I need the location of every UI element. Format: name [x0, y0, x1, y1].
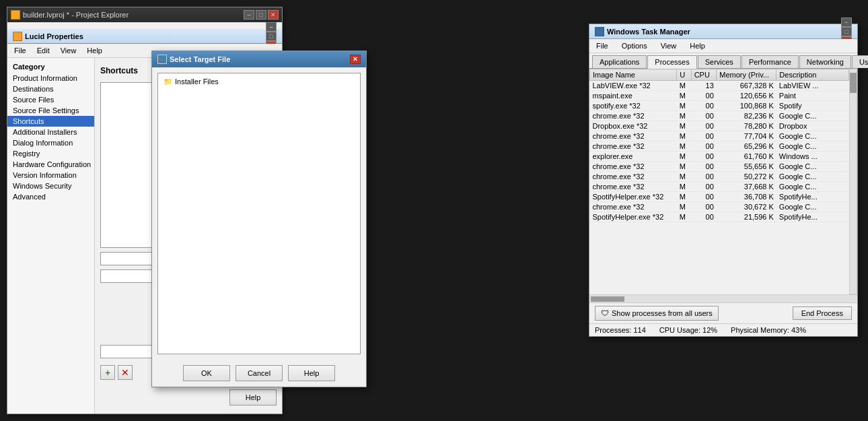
table-row[interactable]: SpotifyHelper.exe *32 M 00 36,708 K Spot… — [590, 192, 849, 202]
sidebar-item-dialog-info[interactable]: Dialog Information — [7, 137, 94, 148]
proc-name: chrome.exe *32 — [590, 131, 677, 141]
col-header-image[interactable]: Image Name — [590, 69, 677, 81]
col-header-cpu[interactable]: CPU — [691, 69, 717, 81]
proc-user: M — [677, 182, 692, 192]
table-row[interactable]: LabVIEW.exe *32 M 13 667,328 K LabVIEW .… — [590, 81, 849, 91]
tree-item-installer-files[interactable]: 📁 Installer Files — [161, 76, 357, 88]
sidebar: Category Product Information Destination… — [7, 58, 95, 414]
table-row[interactable]: SpotifyHelper.exe *32 M 00 21,596 K Spot… — [590, 212, 849, 222]
table-row[interactable]: spotify.exe *32 M 00 100,868 K Spotify — [590, 101, 849, 111]
sidebar-item-registry[interactable]: Registry — [7, 148, 94, 159]
proc-desc: Google C... — [776, 182, 849, 192]
edit-menu[interactable]: Edit — [33, 45, 54, 56]
select-target-dialog: Select Target File ✕ 📁 Installer Files O… — [151, 51, 367, 387]
proc-desc: Google C... — [776, 111, 849, 121]
dialog-title-text: Select Target File — [170, 55, 230, 63]
table-row[interactable]: mspaint.exe M 00 120,656 K Paint — [590, 91, 849, 101]
tm-maximize-btn[interactable]: □ — [841, 27, 852, 36]
add-shortcut-btn[interactable]: + — [100, 365, 115, 380]
table-row[interactable]: Dropbox.exe *32 M 00 78,280 K Dropbox — [590, 121, 849, 131]
remove-shortcut-btn[interactable]: ✕ — [118, 365, 133, 380]
project-explorer-title: builder.lvproj * - Project Explorer — [11, 10, 129, 20]
proc-user: M — [677, 141, 692, 152]
sidebar-item-destinations[interactable]: Destinations — [7, 84, 94, 94]
proc-mem: 82,236 K — [717, 111, 776, 121]
sidebar-item-advanced[interactable]: Advanced — [7, 191, 94, 202]
col-header-u[interactable]: U — [677, 69, 692, 81]
table-row[interactable]: explorer.exe M 00 61,760 K Windows ... — [590, 152, 849, 162]
col-header-mem[interactable]: Memory (Priv... — [717, 69, 776, 81]
sidebar-item-shortcuts[interactable]: Shortcuts — [7, 116, 94, 127]
sidebar-item-version-info[interactable]: Version Information — [7, 170, 94, 181]
maximize-btn[interactable]: □ — [256, 10, 266, 20]
ok-btn[interactable]: OK — [183, 365, 230, 381]
minimize-btn[interactable]: – — [244, 10, 254, 20]
lucid-minimize-btn[interactable]: – — [266, 22, 277, 32]
proc-cpu: 00 — [691, 111, 717, 121]
proc-name: chrome.exe *32 — [590, 172, 677, 182]
proc-mem: 61,760 K — [717, 152, 776, 162]
dialog-help-btn[interactable]: Help — [288, 365, 335, 381]
proc-user: M — [677, 162, 692, 172]
process-table: Image Name U CPU Memory (Priv... Descrip… — [589, 69, 849, 294]
proc-user: M — [677, 192, 692, 202]
help-btn[interactable]: Help — [229, 389, 277, 406]
table-row[interactable]: chrome.exe *32 M 00 50,272 K Google C... — [590, 172, 849, 182]
tab-users[interactable]: Users — [852, 55, 868, 68]
proc-mem: 78,280 K — [717, 121, 776, 131]
table-row[interactable]: chrome.exe *32 M 00 30,672 K Google C... — [590, 202, 849, 212]
sidebar-item-windows-security[interactable]: Windows Security — [7, 181, 94, 191]
proc-cpu: 00 — [691, 212, 717, 222]
proc-mem: 30,672 K — [717, 202, 776, 212]
dialog-close-btn[interactable]: ✕ — [350, 55, 361, 64]
sidebar-item-additional-installers[interactable]: Additional Installers — [7, 127, 94, 137]
proc-desc: Google C... — [776, 172, 849, 182]
proc-name: chrome.exe *32 — [590, 202, 677, 212]
proc-mem: 100,868 K — [717, 101, 776, 111]
tab-services[interactable]: Services — [698, 55, 741, 68]
proc-desc: Dropbox — [776, 121, 849, 131]
tm-view-menu[interactable]: View — [657, 40, 681, 51]
proc-name: chrome.exe *32 — [590, 162, 677, 172]
tab-performance[interactable]: Performance — [742, 55, 799, 68]
table-row[interactable]: chrome.exe *32 M 00 55,656 K Google C... — [590, 162, 849, 172]
scrollbar[interactable] — [849, 69, 857, 294]
tm-help-menu[interactable]: Help — [686, 40, 709, 51]
process-table-area: Image Name U CPU Memory (Priv... Descrip… — [589, 69, 857, 294]
dialog-file-tree[interactable]: 📁 Installer Files — [157, 73, 361, 354]
col-header-desc[interactable]: Description — [776, 69, 849, 81]
table-row[interactable]: chrome.exe *32 M 00 37,668 K Google C... — [590, 182, 849, 192]
table-row[interactable]: chrome.exe *32 M 00 77,704 K Google C... — [590, 131, 849, 141]
proc-user: M — [677, 131, 692, 141]
proc-cpu: 00 — [691, 91, 717, 101]
proc-desc: Google C... — [776, 162, 849, 172]
sidebar-item-product-info[interactable]: Product Information — [7, 73, 94, 84]
sidebar-item-hardware-config[interactable]: Hardware Configuration — [7, 159, 94, 170]
show-all-users-btn[interactable]: 🛡 Show processes from all users — [595, 306, 719, 321]
cancel-btn[interactable]: Cancel — [236, 365, 283, 381]
view-menu[interactable]: View — [57, 45, 81, 56]
proc-name: chrome.exe *32 — [590, 182, 677, 192]
end-process-btn[interactable]: End Process — [793, 306, 852, 320]
task-manager-title-text: Windows Task Manager — [595, 27, 690, 36]
help-menu[interactable]: Help — [83, 45, 106, 56]
lucid-maximize-btn[interactable]: □ — [266, 32, 277, 41]
file-menu[interactable]: File — [10, 45, 30, 56]
sidebar-item-source-files[interactable]: Source Files — [7, 94, 94, 105]
proc-user: M — [677, 111, 692, 121]
sidebar-item-source-file-settings[interactable]: Source File Settings — [7, 105, 94, 116]
task-manager-status-bar: Processes: 114 CPU Usage: 12% Physical M… — [589, 323, 857, 336]
task-manager-tabs: Applications Processes Services Performa… — [589, 53, 857, 69]
tab-networking[interactable]: Networking — [799, 55, 851, 68]
tm-options-menu[interactable]: Options — [618, 40, 651, 51]
tab-applications[interactable]: Applications — [592, 55, 647, 68]
table-row[interactable]: chrome.exe *32 M 00 65,296 K Google C... — [590, 141, 849, 152]
tab-processes[interactable]: Processes — [647, 55, 696, 69]
close-btn[interactable]: ✕ — [268, 10, 279, 20]
proc-desc: LabVIEW ... — [776, 81, 849, 91]
tm-minimize-btn[interactable]: – — [841, 18, 852, 27]
task-manager-window: Windows Task Manager – □ ✕ File Options … — [589, 24, 858, 337]
tm-file-menu[interactable]: File — [592, 40, 612, 51]
table-row[interactable]: chrome.exe *32 M 00 82,236 K Google C... — [590, 111, 849, 121]
horizontal-scrollbar[interactable] — [589, 294, 857, 302]
